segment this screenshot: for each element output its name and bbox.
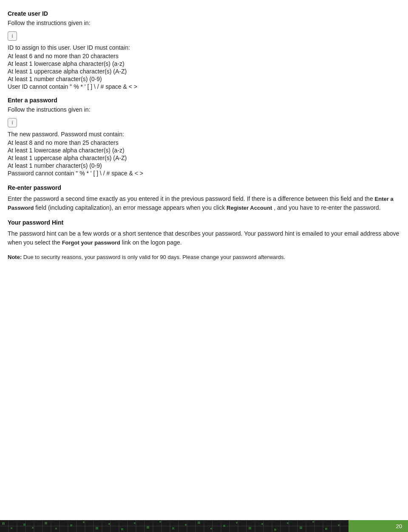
hint-link: Forgot your password [62, 239, 120, 246]
svg-rect-67 [312, 521, 314, 523]
footer-pattern [0, 520, 348, 532]
svg-rect-63 [261, 523, 263, 525]
svg-rect-52 [121, 528, 123, 530]
svg-rect-65 [287, 522, 289, 524]
info-icon-char: i [12, 33, 13, 39]
note-prefix: Note: [8, 254, 22, 260]
password-rule-item: At least 1 lowercase alpha character(s) … [8, 147, 400, 154]
rule-item: At least 1 uppercase alpha character(s) … [8, 68, 400, 75]
re-enter-desc-3: , and you have to re-enter the password. [274, 204, 380, 211]
footer-bar: 20 [0, 520, 408, 532]
page-title: Create user ID [8, 10, 400, 17]
svg-rect-57 [185, 524, 187, 526]
svg-rect-48 [70, 524, 72, 526]
enter-password-label: Enter a password [8, 97, 400, 104]
svg-rect-56 [172, 527, 174, 529]
follow-instructions-1: Follow the instructions given in: [8, 20, 400, 26]
info-icon-1: i [8, 31, 17, 41]
rule-item: At least 6 and no more than 20 character… [8, 53, 400, 59]
page-content: Create user ID Follow the instructions g… [0, 0, 408, 294]
rule-item: At least 1 number character(s) (0-9) [8, 76, 400, 82]
re-enter-desc-1: Enter the password a second time exactly… [8, 195, 373, 202]
svg-rect-55 [159, 521, 161, 523]
svg-rect-50 [96, 527, 98, 529]
svg-rect-51 [108, 523, 110, 525]
svg-rect-53 [134, 522, 136, 524]
svg-rect-68 [325, 528, 327, 530]
svg-rect-62 [249, 527, 251, 529]
re-enter-label: Re-enter password [8, 184, 400, 191]
svg-rect-49 [83, 521, 85, 523]
info-icon-2: i [8, 118, 17, 127]
svg-rect-46 [45, 522, 47, 524]
svg-rect-58 [198, 521, 200, 524]
green-footer-bar: 20 [348, 520, 408, 532]
re-enter-desc-2: field (including capitalization), an err… [35, 204, 225, 211]
password-rules: At least 8 and no more than 25 character… [8, 139, 400, 177]
re-enter-code-2: Register Account [227, 205, 272, 211]
re-enter-section: Re-enter password Enter the password a s… [8, 184, 400, 212]
footer-pattern-svg [0, 520, 348, 532]
svg-rect-61 [236, 522, 238, 524]
user-id-rules: At least 6 and no more than 20 character… [8, 53, 400, 90]
svg-rect-47 [55, 528, 57, 529]
hint-section: Your password Hint The password hint can… [8, 219, 400, 247]
note-text: Due to security reasons, your password i… [23, 254, 285, 260]
hint-desc-2: link on the logon page. [122, 239, 182, 246]
hint-description: The password hint can be a few words or … [8, 229, 400, 247]
rule-item: At least 1 lowercase alpha character(s) … [8, 60, 400, 67]
hint-label: Your password Hint [8, 219, 400, 226]
password-description: The new password. Password must contain: [8, 131, 400, 138]
svg-rect-45 [32, 527, 34, 529]
follow-instructions-2: Follow the instructions given in: [8, 106, 400, 113]
svg-rect-42 [2, 522, 5, 525]
id-description: ID to assign to this user. User ID must … [8, 44, 400, 51]
password-rule-item: At least 8 and no more than 25 character… [8, 139, 400, 146]
password-rule-item: Password cannot contain " % * ' [ ] \ / … [8, 170, 400, 177]
page-number: 20 [396, 523, 402, 529]
svg-rect-60 [223, 525, 225, 527]
svg-rect-64 [274, 529, 276, 531]
rule-item: User ID cannot contain " % * ' [ ] \ / #… [8, 83, 400, 90]
svg-rect-44 [23, 524, 26, 526]
password-rule-item: At least 1 uppercase alpha character(s) … [8, 155, 400, 161]
password-rule-item: At least 1 number character(s) (0-9) [8, 162, 400, 169]
svg-rect-66 [300, 526, 302, 529]
svg-rect-54 [147, 526, 149, 529]
svg-rect-59 [210, 528, 212, 529]
note-section: Note: Due to security reasons, your pass… [8, 254, 400, 260]
svg-rect-43 [11, 527, 12, 529]
svg-rect-69 [338, 524, 340, 526]
re-enter-description: Enter the password a second time exactly… [8, 194, 400, 212]
info-icon-char-2: i [12, 120, 13, 126]
